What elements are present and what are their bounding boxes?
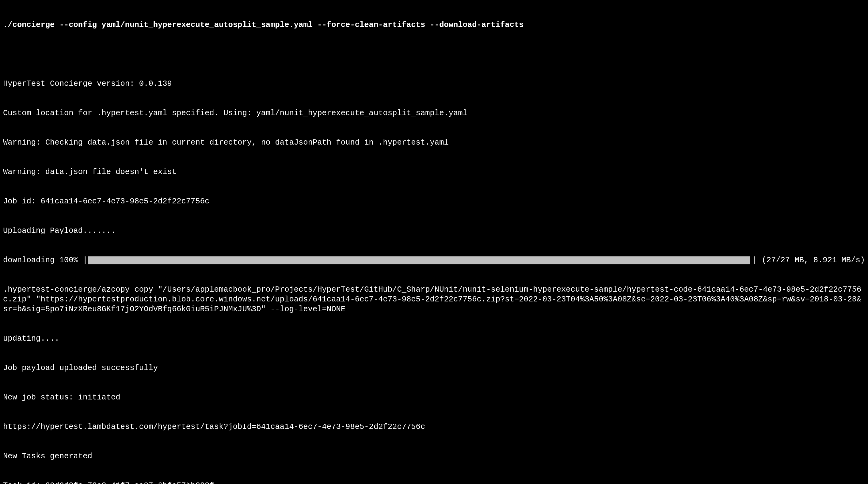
- output-line: Job payload uploaded successfully: [3, 363, 865, 373]
- output-line: New job status: initiated: [3, 393, 865, 402]
- output-line: HyperTest Concierge version: 0.0.139: [3, 79, 865, 89]
- progress-prefix: downloading 100% |: [3, 256, 87, 265]
- progress-suffix: | (27/27 MB, 8.921 MB/s): [751, 256, 865, 265]
- output-line: Uploading Payload.......: [3, 226, 865, 236]
- command-line: ./concierge --config yaml/nunit_hyperexe…: [3, 20, 865, 30]
- output-line: [3, 50, 865, 59]
- progress-bar: [88, 256, 750, 264]
- output-line: Custom location for .hypertest.yaml spec…: [3, 108, 865, 118]
- output-line: New Tasks generated: [3, 452, 865, 461]
- output-line: .hypertest-concierge/azcopy copy "/Users…: [3, 285, 865, 314]
- progress-line: downloading 100% | | (27/27 MB, 8.921 MB…: [3, 256, 865, 265]
- output-line: Task id: 29d9d2fc-72c2-41f7-aa07-6bfc57b…: [3, 481, 865, 484]
- output-line: Warning: Checking data.json file in curr…: [3, 138, 865, 148]
- output-line: Job id: 641caa14-6ec7-4e73-98e5-2d2f22c7…: [3, 197, 865, 206]
- output-line: Warning: data.json file doesn't exist: [3, 167, 865, 177]
- output-line: updating....: [3, 334, 865, 344]
- terminal-output[interactable]: ./concierge --config yaml/nunit_hyperexe…: [0, 0, 868, 484]
- output-line: https://hypertest.lambdatest.com/hyperte…: [3, 422, 865, 432]
